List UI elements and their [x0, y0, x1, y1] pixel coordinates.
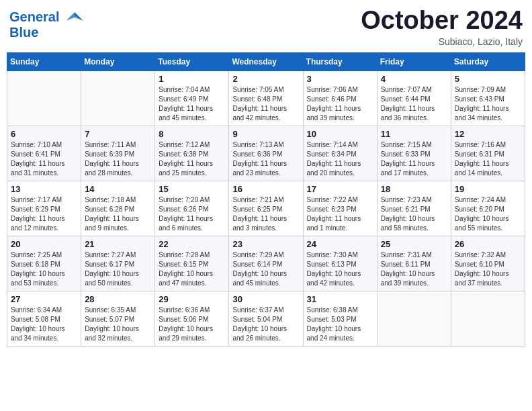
table-row: 18Sunrise: 7:23 AMSunset: 6:21 PMDayligh…	[377, 181, 451, 236]
table-row: 20Sunrise: 7:25 AMSunset: 6:18 PMDayligh…	[7, 236, 81, 291]
logo-bird-icon	[64, 10, 85, 25]
day-number: 10	[307, 129, 373, 139]
day-detail: Sunrise: 6:35 AMSunset: 5:07 PMDaylight:…	[85, 306, 151, 343]
day-detail: Sunrise: 7:18 AMSunset: 6:28 PMDaylight:…	[85, 195, 151, 233]
day-detail: Sunrise: 7:25 AMSunset: 6:18 PMDaylight:…	[11, 250, 77, 288]
table-row: 14Sunrise: 7:18 AMSunset: 6:28 PMDayligh…	[81, 181, 155, 236]
table-row: 9Sunrise: 7:13 AMSunset: 6:36 PMDaylight…	[229, 126, 303, 181]
col-thursday: Thursday	[303, 52, 377, 71]
day-number: 4	[381, 74, 447, 84]
calendar-table: Sunday Monday Tuesday Wednesday Thursday…	[7, 52, 525, 347]
table-row: 4Sunrise: 7:07 AMSunset: 6:44 PMDaylight…	[377, 71, 451, 126]
table-row: 21Sunrise: 7:27 AMSunset: 6:17 PMDayligh…	[81, 236, 155, 291]
day-number: 22	[159, 239, 225, 249]
day-detail: Sunrise: 6:38 AMSunset: 5:03 PMDaylight:…	[307, 306, 373, 343]
table-row: 29Sunrise: 6:36 AMSunset: 5:06 PMDayligh…	[155, 291, 229, 346]
table-row: 25Sunrise: 7:31 AMSunset: 6:11 PMDayligh…	[377, 236, 451, 291]
day-detail: Sunrise: 6:36 AMSunset: 5:06 PMDaylight:…	[159, 306, 225, 343]
day-detail: Sunrise: 7:23 AMSunset: 6:21 PMDaylight:…	[381, 195, 447, 233]
day-number: 5	[455, 74, 521, 84]
logo-general: General	[9, 9, 59, 24]
table-row: 22Sunrise: 7:28 AMSunset: 6:15 PMDayligh…	[155, 236, 229, 291]
day-detail: Sunrise: 7:17 AMSunset: 6:29 PMDaylight:…	[11, 195, 77, 233]
table-row: 5Sunrise: 7:09 AMSunset: 6:43 PMDaylight…	[451, 71, 525, 126]
day-detail: Sunrise: 7:27 AMSunset: 6:17 PMDaylight:…	[85, 250, 151, 288]
day-detail: Sunrise: 7:22 AMSunset: 6:23 PMDaylight:…	[307, 195, 373, 233]
day-number: 25	[381, 239, 447, 249]
day-number: 23	[232, 239, 299, 249]
day-detail: Sunrise: 7:32 AMSunset: 6:10 PMDaylight:…	[455, 250, 521, 288]
page-header: General Blue October 2024 Subiaco, Lazio…	[7, 7, 525, 47]
day-detail: Sunrise: 6:34 AMSunset: 5:08 PMDaylight:…	[11, 306, 77, 343]
title-block: October 2024 Subiaco, Lazio, Italy	[361, 7, 523, 47]
day-number: 31	[307, 294, 373, 304]
day-detail: Sunrise: 7:06 AMSunset: 6:46 PMDaylight:…	[307, 85, 373, 123]
day-number: 26	[455, 239, 521, 249]
table-row	[81, 71, 155, 126]
table-row: 16Sunrise: 7:21 AMSunset: 6:25 PMDayligh…	[229, 181, 303, 236]
day-number: 6	[11, 129, 77, 139]
table-row: 11Sunrise: 7:15 AMSunset: 6:33 PMDayligh…	[377, 126, 451, 181]
table-row	[451, 291, 525, 346]
table-row: 19Sunrise: 7:24 AMSunset: 6:20 PMDayligh…	[451, 181, 525, 236]
day-detail: Sunrise: 7:04 AMSunset: 6:49 PMDaylight:…	[159, 85, 225, 123]
col-saturday: Saturday	[451, 52, 525, 71]
day-number: 21	[85, 239, 151, 249]
col-sunday: Sunday	[7, 52, 81, 71]
day-number: 30	[232, 294, 299, 304]
day-detail: Sunrise: 7:05 AMSunset: 6:48 PMDaylight:…	[232, 85, 299, 123]
table-row	[7, 71, 81, 126]
day-number: 14	[85, 184, 151, 194]
table-row: 23Sunrise: 7:29 AMSunset: 6:14 PMDayligh…	[229, 236, 303, 291]
day-detail: Sunrise: 7:07 AMSunset: 6:44 PMDaylight:…	[381, 85, 447, 123]
table-row: 13Sunrise: 7:17 AMSunset: 6:29 PMDayligh…	[7, 181, 81, 236]
table-row	[377, 291, 451, 346]
table-row: 31Sunrise: 6:38 AMSunset: 5:03 PMDayligh…	[303, 291, 377, 346]
day-detail: Sunrise: 7:09 AMSunset: 6:43 PMDaylight:…	[455, 85, 521, 123]
col-monday: Monday	[81, 52, 155, 71]
table-row: 15Sunrise: 7:20 AMSunset: 6:26 PMDayligh…	[155, 181, 229, 236]
day-detail: Sunrise: 7:24 AMSunset: 6:20 PMDaylight:…	[455, 195, 521, 233]
day-number: 28	[85, 294, 151, 304]
day-number: 3	[307, 74, 373, 84]
table-row: 30Sunrise: 6:37 AMSunset: 5:04 PMDayligh…	[229, 291, 303, 346]
day-number: 8	[159, 129, 225, 139]
day-number: 18	[381, 184, 447, 194]
day-detail: Sunrise: 7:14 AMSunset: 6:34 PMDaylight:…	[307, 140, 373, 178]
table-row: 10Sunrise: 7:14 AMSunset: 6:34 PMDayligh…	[303, 126, 377, 181]
day-number: 12	[455, 129, 521, 139]
table-row: 17Sunrise: 7:22 AMSunset: 6:23 PMDayligh…	[303, 181, 377, 236]
day-number: 7	[85, 129, 151, 139]
month-title: October 2024	[361, 7, 523, 35]
table-row: 24Sunrise: 7:30 AMSunset: 6:13 PMDayligh…	[303, 236, 377, 291]
table-row: 27Sunrise: 6:34 AMSunset: 5:08 PMDayligh…	[7, 291, 81, 346]
day-detail: Sunrise: 7:21 AMSunset: 6:25 PMDaylight:…	[232, 195, 299, 233]
day-detail: Sunrise: 7:11 AMSunset: 6:39 PMDaylight:…	[85, 140, 151, 178]
day-number: 2	[232, 74, 299, 84]
day-number: 19	[455, 184, 521, 194]
day-detail: Sunrise: 7:28 AMSunset: 6:15 PMDaylight:…	[159, 250, 225, 288]
col-wednesday: Wednesday	[229, 52, 303, 71]
day-number: 29	[159, 294, 225, 304]
day-number: 1	[159, 74, 225, 84]
table-row: 1Sunrise: 7:04 AMSunset: 6:49 PMDaylight…	[155, 71, 229, 126]
col-friday: Friday	[377, 52, 451, 71]
table-row: 6Sunrise: 7:10 AMSunset: 6:41 PMDaylight…	[7, 126, 81, 181]
day-number: 20	[11, 239, 77, 249]
day-number: 24	[307, 239, 373, 249]
day-detail: Sunrise: 6:37 AMSunset: 5:04 PMDaylight:…	[232, 306, 299, 343]
day-number: 27	[11, 294, 77, 304]
table-row: 26Sunrise: 7:32 AMSunset: 6:10 PMDayligh…	[451, 236, 525, 291]
logo: General Blue	[9, 9, 85, 40]
day-detail: Sunrise: 7:20 AMSunset: 6:26 PMDaylight:…	[159, 195, 225, 233]
day-detail: Sunrise: 7:13 AMSunset: 6:36 PMDaylight:…	[232, 140, 299, 178]
table-row: 8Sunrise: 7:12 AMSunset: 6:38 PMDaylight…	[155, 126, 229, 181]
day-number: 9	[232, 129, 299, 139]
col-tuesday: Tuesday	[155, 52, 229, 71]
day-detail: Sunrise: 7:31 AMSunset: 6:11 PMDaylight:…	[381, 250, 447, 288]
location: Subiaco, Lazio, Italy	[361, 36, 523, 47]
logo-blue: Blue	[9, 25, 85, 40]
table-row: 2Sunrise: 7:05 AMSunset: 6:48 PMDaylight…	[229, 71, 303, 126]
day-number: 15	[159, 184, 225, 194]
table-row: 7Sunrise: 7:11 AMSunset: 6:39 PMDaylight…	[81, 126, 155, 181]
